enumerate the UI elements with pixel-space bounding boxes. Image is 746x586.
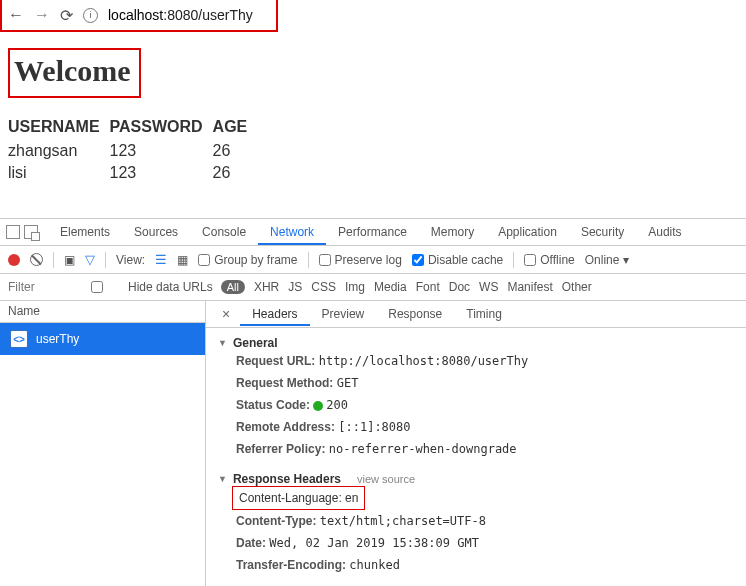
header-row: Content-Type: text/html;charset=UTF-8	[218, 510, 734, 532]
filter-type-other[interactable]: Other	[562, 280, 592, 294]
table-row: zhangsan12326	[8, 140, 257, 162]
list-view-icon[interactable]: ☰	[155, 252, 167, 267]
details-tab-headers[interactable]: Headers	[240, 302, 309, 326]
browser-toolbar: ← → ⟳ i localhost:8080/userThy	[0, 0, 278, 32]
separator	[513, 252, 514, 268]
column-header: AGE	[213, 116, 258, 140]
filter-type-manifest[interactable]: Manifest	[507, 280, 552, 294]
header-row: Request Method: GET	[218, 372, 734, 394]
tab-audits[interactable]: Audits	[636, 219, 693, 245]
filter-input[interactable]	[8, 280, 62, 294]
separator	[105, 252, 106, 268]
page-content: Welcome USERNAMEPASSWORDAGE zhangsan1232…	[0, 32, 746, 192]
filter-type-xhr[interactable]: XHR	[254, 280, 279, 294]
url-host: localhost	[108, 7, 163, 23]
filter-type-all[interactable]: All	[221, 280, 245, 294]
grid-view-icon[interactable]: ▦	[177, 253, 188, 267]
disable-cache-checkbox[interactable]: Disable cache	[412, 253, 503, 267]
network-toolbar: ▣ ▽ View: ☰ ▦ Group by frame Preserve lo…	[0, 246, 746, 274]
tab-performance[interactable]: Performance	[326, 219, 419, 245]
devtools-panel: ElementsSourcesConsoleNetworkPerformance…	[0, 218, 746, 586]
back-icon[interactable]: ←	[8, 6, 24, 24]
filter-icon[interactable]: ▽	[85, 252, 95, 267]
request-row[interactable]: <> userThy	[0, 323, 205, 355]
header-row: Content-Language: en	[232, 486, 365, 510]
filter-type-css[interactable]: CSS	[311, 280, 336, 294]
devtools-tabs: ElementsSourcesConsoleNetworkPerformance…	[0, 219, 746, 246]
header-row: Request URL: http://localhost:8080/userT…	[218, 350, 734, 372]
request-name: userThy	[36, 332, 79, 346]
general-section[interactable]: General	[218, 336, 734, 350]
camera-icon[interactable]: ▣	[64, 253, 75, 267]
separator	[308, 252, 309, 268]
filter-type-media[interactable]: Media	[374, 280, 407, 294]
forward-icon: →	[34, 6, 50, 24]
preserve-log-checkbox[interactable]: Preserve log	[319, 253, 402, 267]
name-column-header[interactable]: Name	[0, 301, 205, 323]
tab-elements[interactable]: Elements	[48, 219, 122, 245]
header-row: Status Code: 200	[218, 394, 734, 416]
info-icon[interactable]: i	[83, 8, 98, 23]
tab-sources[interactable]: Sources	[122, 219, 190, 245]
filter-type-doc[interactable]: Doc	[449, 280, 470, 294]
tab-network[interactable]: Network	[258, 219, 326, 245]
welcome-heading-box: Welcome	[8, 48, 141, 98]
header-row: Remote Address: [::1]:8080	[218, 416, 734, 438]
details-tab-timing[interactable]: Timing	[454, 302, 514, 326]
url-bar[interactable]: localhost:8080/userThy	[108, 7, 253, 23]
filter-type-js[interactable]: JS	[288, 280, 302, 294]
url-path: :8080/userThy	[163, 7, 253, 23]
header-row: Referrer Policy: no-referrer-when-downgr…	[218, 438, 734, 460]
tab-security[interactable]: Security	[569, 219, 636, 245]
table-row: lisi12326	[8, 162, 257, 184]
page-title: Welcome	[14, 54, 131, 88]
request-details: × HeadersPreviewResponseTiming General R…	[206, 301, 746, 586]
filter-type-ws[interactable]: WS	[479, 280, 498, 294]
offline-checkbox[interactable]: Offline	[524, 253, 574, 267]
column-header: USERNAME	[8, 116, 110, 140]
inspect-icon[interactable]	[6, 225, 20, 239]
clear-icon[interactable]	[30, 253, 43, 266]
filter-type-img[interactable]: Img	[345, 280, 365, 294]
header-row: Date: Wed, 02 Jan 2019 15:38:09 GMT	[218, 532, 734, 554]
reload-icon[interactable]: ⟳	[60, 6, 73, 25]
tab-memory[interactable]: Memory	[419, 219, 486, 245]
record-icon[interactable]	[8, 254, 20, 266]
separator	[53, 252, 54, 268]
column-header: PASSWORD	[110, 116, 213, 140]
close-icon[interactable]: ×	[212, 306, 240, 322]
request-list: Name <> userThy	[0, 301, 206, 586]
tab-console[interactable]: Console	[190, 219, 258, 245]
hide-data-urls-checkbox[interactable]: Hide data URLs	[70, 280, 213, 294]
view-label: View:	[116, 253, 145, 267]
online-select[interactable]: Online ▾	[585, 253, 629, 267]
document-icon: <>	[10, 330, 28, 348]
filter-type-font[interactable]: Font	[416, 280, 440, 294]
response-headers-section[interactable]: Response Headers view source	[218, 472, 734, 486]
details-tab-response[interactable]: Response	[376, 302, 454, 326]
details-tabs: × HeadersPreviewResponseTiming	[206, 301, 746, 328]
network-filter-bar: Hide data URLs AllXHRJSCSSImgMediaFontDo…	[0, 274, 746, 301]
device-icon[interactable]	[24, 225, 38, 239]
view-source-link[interactable]: view source	[357, 473, 415, 485]
details-tab-preview[interactable]: Preview	[310, 302, 377, 326]
tab-application[interactable]: Application	[486, 219, 569, 245]
header-row: Transfer-Encoding: chunked	[218, 554, 734, 576]
group-by-frame-checkbox[interactable]: Group by frame	[198, 253, 297, 267]
status-dot-icon	[313, 401, 323, 411]
users-table: USERNAMEPASSWORDAGE zhangsan12326lisi123…	[8, 116, 257, 184]
